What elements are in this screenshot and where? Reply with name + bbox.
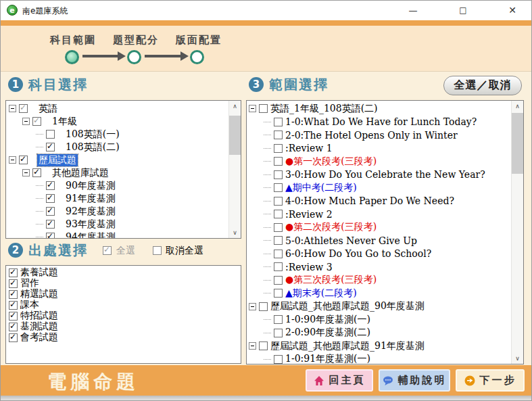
tree-item[interactable]: 1-0:90年度基測(一) [247,313,512,327]
tree-label[interactable]: 4-0:How Much Paper Do We Need? [285,195,454,206]
tree-item[interactable]: ●第一次段考(三段考) [247,155,512,168]
scroll-thumb[interactable] [512,113,523,174]
tree-label[interactable]: 92年度基測 [66,206,116,218]
tree-item[interactable]: 108英語(一) [6,128,229,141]
source-checkbox[interactable] [9,301,18,310]
tree-item[interactable]: 1年級 [6,115,229,128]
source-checkbox[interactable] [9,312,18,321]
scroll-down-icon[interactable]: ∨ [512,353,523,364]
tree-checkbox[interactable] [274,329,283,337]
tree-checkbox[interactable] [274,262,283,271]
tree-item[interactable]: :Review 3 [247,260,512,274]
tree-label[interactable]: 英語_1年級_108英語(二) [270,103,378,115]
tree-checkbox[interactable] [46,181,55,190]
tree-label[interactable]: 歷屆試題 [37,154,78,166]
tree-item[interactable]: 英語 [6,102,229,115]
tree-label[interactable]: 6-0:How Do You Go to School? [285,248,431,259]
scroll-up-icon[interactable]: ∧ [512,101,523,112]
tree-label[interactable]: ●第一次段考(三段考) [285,156,377,168]
tree-label[interactable]: 1-0:What Do We Have for Lunch Today? [285,116,477,127]
tree-checkbox[interactable] [46,233,55,239]
tree-item[interactable]: ▲期中考(二段考) [247,181,512,195]
tree-item[interactable]: ▲期末考(二段考) [247,287,512,300]
select-all-toggle-button[interactable]: 全選／取消 [443,76,522,95]
tree-label[interactable]: 108英語(二) [66,141,120,154]
tree-checkbox[interactable] [274,236,283,245]
tree-item[interactable]: 91年度基測 [6,192,229,205]
tree-checkbox[interactable] [19,156,28,164]
tree-item[interactable]: 2-0:90年度基測(二) [247,327,512,340]
tree-checkbox[interactable] [46,143,55,151]
tree-checkbox[interactable] [274,250,283,258]
tree-label[interactable]: 5-0:Athletes Never Give Up [285,235,417,246]
tree-item[interactable]: :Review 2 [247,208,512,221]
tree-label[interactable]: :Review 3 [285,262,333,273]
scroll-thumb[interactable] [229,116,241,155]
collapse-minus-icon[interactable] [9,105,16,112]
source-checkbox[interactable] [9,279,18,288]
minimize-button[interactable]: — [397,0,429,20]
home-button[interactable]: 回主頁 [306,369,373,392]
range-tree-scrollbar[interactable]: ∧ ∨ [511,101,523,364]
tree-item[interactable]: ●第三次段考(三段考) [247,274,512,287]
list-item[interactable]: 特招試題 [7,310,239,321]
tree-item[interactable]: 歷屆試題_其他題庫試題_90年度基測 [247,300,512,314]
tree-item[interactable]: 歷屆試題_其他題庫試題_91年度基測 [247,339,512,353]
list-item[interactable]: 習作 [7,278,239,289]
tree-label[interactable]: ▲期末考(二段考) [285,287,357,300]
tree-checkbox[interactable] [274,144,283,153]
tree-checkbox[interactable] [274,157,283,166]
collapse-minus-icon[interactable] [249,342,256,350]
tree-label[interactable]: 94年度基測 [66,231,116,239]
tree-label[interactable]: 英語 [39,103,57,115]
tree-item[interactable]: 90年度基測 [6,179,229,192]
tree-checkbox[interactable] [274,210,283,218]
tree-item[interactable]: 108英語(二) [6,141,229,154]
next-button[interactable]: 下一步 [456,369,525,392]
tree-label[interactable]: :Review 2 [285,209,333,220]
tree-checkbox[interactable] [259,302,268,311]
tree-checkbox[interactable] [32,168,41,177]
source-checkbox[interactable] [9,290,18,299]
tree-label[interactable]: ●第二次段考(三段考) [285,221,377,233]
deselect-all-checkbox[interactable] [153,246,162,255]
tree-label[interactable]: 90年度基測 [66,180,116,192]
tree-checkbox[interactable] [46,130,55,139]
close-button[interactable]: ✕ [497,0,528,20]
tree-item[interactable]: 4-0:How Much Paper Do We Need? [247,195,512,208]
tree-label[interactable]: 2-0:90年度基測(二) [285,327,370,339]
source-checkbox[interactable] [9,333,18,342]
scroll-up-icon[interactable]: ∧ [229,101,241,112]
source-checkbox[interactable] [9,323,18,331]
tree-label[interactable]: 2-0:The Hotel Opens Only in Winter [285,130,458,141]
scroll-down-icon[interactable]: ∨ [229,227,241,238]
collapse-minus-icon[interactable] [249,303,256,310]
tree-item[interactable]: 6-0:How Do You Go to School? [247,247,512,261]
tree-label[interactable]: 108英語(一) [66,128,120,141]
collapse-minus-icon[interactable] [249,105,256,112]
tree-label[interactable]: 3-0:How Do You Celebrate the New Year? [285,169,485,180]
tree-label[interactable]: 93年度基測 [66,218,116,231]
tree-item[interactable]: ●第二次段考(三段考) [247,221,512,235]
tree-item[interactable]: 歷屆試題 [6,154,229,166]
list-item[interactable]: 素養試題 [7,267,239,278]
tree-checkbox[interactable] [274,197,283,206]
tree-label[interactable]: 1年級 [52,116,77,128]
tree-label[interactable]: 91年度基測 [66,193,116,205]
maximize-button[interactable]: □ [448,0,479,20]
tree-label[interactable]: ▲期中考(二段考) [285,182,357,194]
tree-item[interactable]: 92年度基測 [6,205,229,218]
tree-item[interactable]: 5-0:Athletes Never Give Up [247,234,512,247]
tree-label[interactable]: 其他題庫試題 [52,167,109,179]
tree-item[interactable]: 英語_1年級_108英語(二) [247,102,512,116]
tree-checkbox[interactable] [19,104,28,113]
tree-checkbox[interactable] [274,118,283,126]
tree-checkbox[interactable] [274,276,283,285]
tree-checkbox[interactable] [259,104,268,113]
tree-checkbox[interactable] [46,194,55,203]
collapse-minus-icon[interactable] [22,118,30,125]
tree-label[interactable]: 1-0:90年度基測(一) [285,314,370,326]
tree-checkbox[interactable] [274,183,283,192]
help-button[interactable]: 輔助說明 [379,369,450,392]
tree-checkbox[interactable] [274,315,283,324]
